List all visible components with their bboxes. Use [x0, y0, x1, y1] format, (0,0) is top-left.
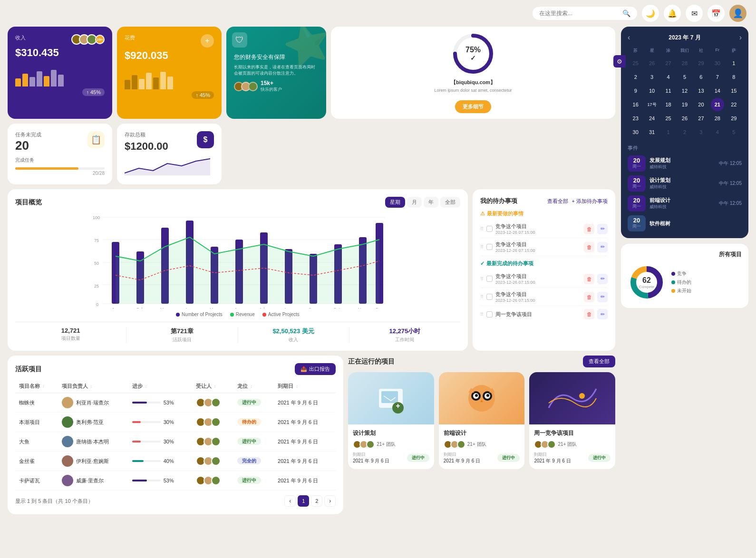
search-input[interactable] [539, 10, 619, 17]
running-projects-title: 正在运行的项目 [348, 357, 395, 366]
cal-day[interactable]: 4 [711, 125, 724, 139]
period-tab-all[interactable]: 全部 [440, 197, 460, 208]
cal-day[interactable]: 20 [694, 98, 708, 111]
cal-day[interactable]: 9 [629, 84, 642, 97]
cal-day[interactable]: 30 [711, 57, 724, 70]
cal-day[interactable]: 2 [678, 125, 691, 139]
page-2-btn[interactable]: 2 [311, 495, 322, 507]
page-1-btn[interactable]: 1 [298, 495, 309, 507]
circular-progress: 75% ✓ [452, 32, 494, 75]
todo-add-btn[interactable]: + 添加待办事项 [572, 198, 608, 205]
todo-item: ⠿ 竞争这个项目 2023-12-26 07:15:00 🗑 ✏ [480, 270, 608, 288]
period-tab-month[interactable]: 月 [407, 197, 422, 208]
cal-day[interactable]: 31 [645, 125, 659, 139]
cal-day[interactable]: 12 [678, 84, 691, 97]
cal-day[interactable]: 1 [727, 57, 740, 70]
cal-day[interactable]: 23 [629, 112, 642, 125]
running-card-weekly: 周一竞争该项目 21+ 团队 [529, 372, 615, 469]
promo-stats: 15k+ 快乐的客户 [234, 80, 319, 93]
top-bar: 🔍 🌙 🔔 ✉ 📅 👤 [0, 0, 756, 27]
todo-delete-btn[interactable]: 🗑 [584, 242, 594, 252]
cal-day[interactable]: 28 [678, 57, 691, 70]
todo-edit-btn[interactable]: ✏ [597, 224, 608, 234]
cal-day[interactable]: 14 [711, 84, 724, 97]
savings-value: $1200.00 [125, 140, 168, 153]
cal-day[interactable]: 27 [662, 57, 675, 70]
cal-day[interactable]: 10 [645, 84, 659, 97]
cal-day[interactable]: 26 [645, 57, 659, 70]
more-detail-btn[interactable]: 更多细节 [455, 100, 491, 113]
export-btn[interactable]: 📤出口报告 [295, 363, 336, 375]
savings-chart [125, 156, 210, 175]
cal-day[interactable]: 13 [694, 84, 708, 97]
cal-day[interactable]: 5 [678, 70, 691, 84]
chart-legend: Number of Projects Revenue Active Projec… [15, 312, 460, 317]
period-tab-week[interactable]: 星期 [385, 197, 405, 208]
page-next-btn[interactable]: › [324, 495, 336, 507]
svg-point-49 [486, 394, 489, 397]
cal-day[interactable]: 4 [662, 70, 675, 84]
cal-day[interactable]: 22 [727, 98, 740, 111]
search-box[interactable]: 🔍 [533, 7, 637, 20]
view-all-btn[interactable]: 查看全部 [583, 356, 615, 367]
cal-day[interactable]: 7 [711, 70, 724, 84]
svg-text:Nov: Nov [358, 307, 366, 308]
cal-day[interactable]: 24 [645, 112, 659, 125]
todo-edit-btn[interactable]: ✏ [597, 274, 608, 284]
todo-delete-btn[interactable]: 🗑 [584, 274, 594, 284]
cal-day[interactable]: 19 [678, 98, 691, 111]
svg-text:Feb: Feb [136, 307, 144, 308]
todo-edit-btn[interactable]: ✏ [597, 242, 608, 252]
cal-day[interactable]: 6 [694, 70, 708, 84]
period-tab-year[interactable]: 年 [424, 197, 438, 208]
todo-delete-btn[interactable]: 🗑 [584, 292, 594, 302]
mail-btn[interactable]: ✉ [686, 5, 703, 22]
expense-value: $920.035 [125, 49, 214, 62]
todo-view-all-btn[interactable]: 查看全部 [547, 198, 568, 205]
calendar-panel: ‹ 2023 年 7 月 › 苏 星 涂 我们 社 Fr 萨 25 26 27 [621, 27, 748, 238]
cal-day[interactable]: 16 [629, 98, 642, 111]
cal-day[interactable]: 29 [694, 57, 708, 70]
cal-day[interactable]: 11 [662, 84, 675, 97]
savings-label: 存款总额 [125, 131, 168, 138]
todo-edit-btn[interactable]: ✏ [597, 292, 608, 302]
add-expense-btn[interactable]: + [201, 34, 214, 48]
settings-icon[interactable]: ⚙ [613, 55, 626, 67]
cal-day[interactable]: 25 [629, 57, 642, 70]
pagination: 显示 1 到 5 条目（共 10 个条目） ‹ 1 2 › [15, 495, 336, 507]
cal-day[interactable]: 27 [694, 112, 708, 125]
cal-prev-btn[interactable]: ‹ [628, 33, 630, 42]
cal-day[interactable]: 25 [662, 112, 675, 125]
cal-day[interactable]: 2 [629, 70, 642, 84]
cal-day-names: 苏 星 涂 我们 社 Fr 萨 [628, 47, 742, 55]
page-prev-btn[interactable]: ‹ [284, 495, 296, 507]
cal-days[interactable]: 25 26 27 28 29 30 1 2 3 4 5 6 7 8 9 10 1… [628, 57, 742, 139]
cal-day[interactable]: 30 [629, 125, 642, 139]
cal-day[interactable]: 5 [727, 125, 740, 139]
todo-delete-btn[interactable]: 🗑 [584, 224, 594, 234]
cal-title: 2023 年 7 月 [669, 34, 700, 42]
expense-chart [125, 66, 214, 89]
cal-day[interactable]: 3 [645, 70, 659, 84]
dark-mode-btn[interactable]: 🌙 [642, 5, 659, 22]
cal-day[interactable]: 28 [711, 112, 724, 125]
todo-edit-btn[interactable]: ✏ [597, 309, 608, 319]
savings-card: 存款总额 $1200.00 $ [117, 124, 222, 184]
notifications-btn[interactable]: 🔔 [664, 5, 681, 22]
cal-day[interactable]: 8 [727, 70, 740, 84]
task-card: 任务未完成 20 📋 完成任务 20/28 [8, 124, 112, 184]
calendar-btn[interactable]: 📅 [708, 5, 725, 22]
cal-day[interactable]: 3 [694, 125, 708, 139]
table-row: 本渐项目 奥利弗·范亚 [15, 413, 336, 432]
cal-day[interactable]: 15 [727, 84, 740, 97]
todo-delete-btn[interactable]: 🗑 [584, 309, 594, 319]
cal-day[interactable]: 18 [662, 98, 675, 111]
cal-day-today[interactable]: 21 [711, 98, 724, 111]
cal-day[interactable]: 1 [662, 125, 675, 139]
cal-next-btn[interactable]: › [739, 33, 742, 42]
user-avatar[interactable]: 👤 [729, 5, 746, 22]
cal-day[interactable]: 26 [678, 112, 691, 125]
pagination-info: 显示 1 到 5 条目（共 10 个条目） [15, 498, 93, 505]
cal-day[interactable]: 17号 [645, 98, 659, 111]
cal-day[interactable]: 29 [727, 112, 740, 125]
